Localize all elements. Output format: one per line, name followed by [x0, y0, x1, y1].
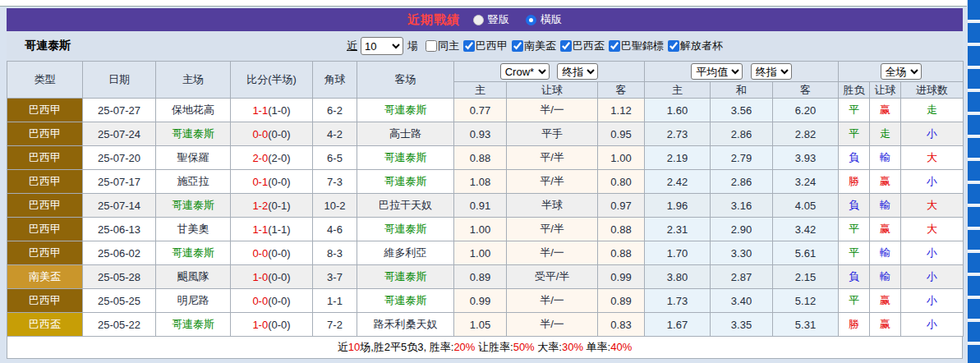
goals-result-cell: 小	[901, 265, 964, 289]
filter-option[interactable]: 南美盃	[512, 39, 556, 53]
avg-time-select[interactable]: 终指	[751, 63, 792, 80]
handicap-result-cell: 赢	[870, 170, 901, 194]
radio-horizontal-layout[interactable]: 橫版	[526, 12, 562, 27]
handicap-cell: 半球	[507, 194, 598, 218]
avg-draw-cell: 3.35	[711, 313, 773, 337]
score-cell[interactable]: 2-0(2-0)	[231, 146, 313, 170]
away-team-cell[interactable]: 巴拉干天奴	[357, 194, 454, 218]
score-cell[interactable]: 0-1(0-0)	[231, 170, 313, 194]
side-strip-block[interactable]	[968, 276, 980, 296]
result-cell: 平	[839, 122, 870, 146]
away-team-cell[interactable]: 哥連泰斯	[357, 265, 454, 289]
away-team-cell[interactable]: 哥連泰斯	[357, 218, 454, 241]
side-strip-block[interactable]	[968, 253, 980, 273]
filter-checkbox-label: 巴西甲	[476, 39, 508, 53]
home-team-cell[interactable]: 施亞拉	[156, 170, 231, 194]
filter-checkbox[interactable]	[609, 40, 620, 52]
league-cell: 巴西甲	[7, 194, 83, 218]
away-team-cell[interactable]: 哥連泰斯	[357, 146, 454, 170]
result-cell: 平	[839, 218, 870, 241]
away-team-cell[interactable]: 哥連泰斯	[357, 99, 454, 122]
avg-away-cell: 2.82	[773, 122, 839, 146]
side-strip-block[interactable]	[968, 345, 980, 363]
side-strip-block[interactable]	[968, 92, 980, 112]
filter-checkbox[interactable]	[512, 40, 523, 52]
radio-selected-icon[interactable]	[526, 15, 536, 25]
avg-draw-cell: 2.90	[711, 218, 773, 241]
col-header-home: 主场	[156, 62, 231, 99]
side-strip-block[interactable]	[968, 46, 980, 66]
summary-stat-value: 50%	[513, 341, 535, 353]
score-cell[interactable]: 1-2(0-1)	[231, 194, 313, 218]
radio-vertical-layout[interactable]: 豎版	[473, 12, 509, 27]
date-cell: 25-06-13	[83, 218, 156, 241]
subcol-avg-draw: 和	[711, 82, 773, 99]
page: 近期戰績 豎版 橫版 哥連泰斯 近 10 場 同主巴西甲南美盃巴	[0, 0, 980, 363]
near-label[interactable]: 近	[347, 39, 357, 53]
subcol-avg-home: 主	[645, 82, 711, 99]
filter-checkbox[interactable]	[560, 40, 572, 52]
score-cell[interactable]: 0-0(0-0)	[231, 241, 313, 265]
handicap-result-cell: 走	[870, 122, 901, 146]
filter-option[interactable]: 巴西甲	[463, 39, 508, 53]
corners-cell: 7-3	[313, 170, 357, 194]
home-team-cell[interactable]: 哥連泰斯	[156, 122, 231, 146]
away-team-cell[interactable]: 維多利亞	[357, 241, 454, 265]
away-team-cell[interactable]: 高士路	[357, 122, 454, 146]
side-strip-block[interactable]	[968, 23, 980, 43]
summary-text: 近	[338, 341, 348, 353]
away-team-cell[interactable]: 哥連泰斯	[357, 289, 454, 313]
handicap-cell: 半/一	[507, 241, 598, 265]
odds-away-cell: 0.88	[598, 218, 645, 241]
score-cell[interactable]: 1-0(0-0)	[231, 313, 313, 337]
score-cell[interactable]: 0-0(0-0)	[231, 289, 313, 313]
home-team-cell[interactable]: 哥連泰斯	[156, 241, 231, 265]
col-header-score: 比分(半场)	[231, 62, 313, 99]
score-cell[interactable]: 1-0(0-0)	[231, 265, 313, 289]
summary-stat-value: 40%	[610, 341, 632, 353]
away-team-cell[interactable]: 路禾利桑天奴	[357, 313, 454, 337]
filter-option[interactable]: 解放者杯	[668, 39, 723, 53]
filter-bar: 哥連泰斯 近 10 場 同主巴西甲南美盃巴西盃巴聖錦標解放者杯	[7, 31, 963, 61]
odds-company-select[interactable]: Crow*	[500, 63, 550, 80]
score-cell[interactable]: 1-1(1-1)	[231, 218, 313, 241]
side-strip-block[interactable]	[968, 299, 980, 319]
filter-checkbox[interactable]	[668, 40, 679, 52]
side-strip-block[interactable]	[968, 69, 980, 89]
home-team-cell[interactable]: 哥連泰斯	[156, 313, 231, 337]
filter-option[interactable]: 巴聖錦標	[609, 39, 664, 53]
home-team-cell[interactable]: 保地花高	[156, 99, 231, 122]
filter-checkbox[interactable]	[426, 40, 437, 52]
recent-results-panel: 近期戰績 豎版 橫版 哥連泰斯 近 10 場 同主巴西甲南美盃巴	[7, 8, 963, 359]
side-strip-block[interactable]	[968, 184, 980, 204]
score-cell[interactable]: 1-1(1-0)	[231, 99, 313, 122]
home-team-cell[interactable]: 颶風隊	[156, 265, 231, 289]
avg-source-select[interactable]: 平均值	[691, 63, 743, 80]
filter-option[interactable]: 同主	[426, 39, 459, 53]
side-strip-block[interactable]	[968, 161, 980, 181]
scope-select[interactable]: 全场	[881, 63, 922, 80]
home-team-cell[interactable]: 明尼路	[156, 289, 231, 313]
home-team-cell[interactable]: 聖保羅	[156, 146, 231, 170]
filter-checkbox-label: 解放者杯	[680, 39, 723, 53]
filter-option[interactable]: 巴西盃	[560, 39, 605, 53]
side-strip-block[interactable]	[968, 0, 980, 20]
score-cell[interactable]: 0-0(0-0)	[231, 122, 313, 146]
avg-draw-cell: 3.40	[711, 289, 773, 313]
handicap-cell: 半/一	[507, 289, 598, 313]
right-edge-strip	[968, 0, 980, 363]
radio-unselected-icon[interactable]	[473, 15, 484, 25]
side-strip-block[interactable]	[968, 230, 980, 250]
home-team-cell[interactable]: 哥連泰斯	[156, 194, 231, 218]
avg-away-cell: 3.24	[773, 170, 839, 194]
odds-time-select[interactable]: 终指	[557, 63, 598, 80]
side-strip-block[interactable]	[968, 138, 980, 158]
side-strip-block[interactable]	[968, 115, 980, 135]
side-strip-block[interactable]	[968, 322, 980, 342]
home-team-cell[interactable]: 甘美奧	[156, 218, 231, 241]
side-strip-block[interactable]	[968, 207, 980, 227]
away-team-cell[interactable]: 哥連泰斯	[357, 170, 454, 194]
match-count-select[interactable]: 10	[361, 37, 403, 55]
filter-checkbox[interactable]	[463, 40, 475, 52]
avg-home-cell: 1.67	[645, 313, 711, 337]
